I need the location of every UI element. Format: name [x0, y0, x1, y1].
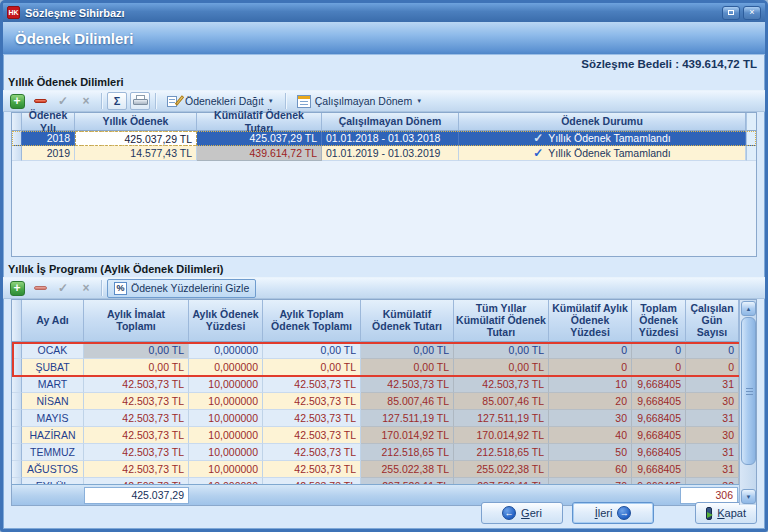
col-header-period[interactable]: Çalışılmayan Dönem — [322, 113, 459, 131]
table-row-agustos[interactable]: AĞUSTOS 42.503,73 TL 10,000000 42.503,73… — [12, 461, 756, 478]
cumulative-percent-cell[interactable]: 0 — [549, 342, 632, 359]
total-percent-cell[interactable]: 9,668405 — [632, 444, 686, 461]
add-row-button[interactable]: + — [7, 92, 27, 110]
allyears-cumulative-cell[interactable]: 85.007,46 TL — [454, 393, 549, 410]
percent-cell[interactable]: 10,000000 — [189, 393, 263, 410]
month-cell[interactable]: HAZİRAN — [22, 427, 84, 444]
cumulative-cell[interactable]: 255.022,38 TL — [361, 461, 454, 478]
back-button[interactable]: ← Geri — [481, 502, 563, 524]
cancel-button[interactable]: × — [76, 92, 96, 110]
worked-days-cell[interactable]: 0 — [686, 342, 739, 359]
percent-cell[interactable]: 10,000000 — [189, 410, 263, 427]
hide-percentages-toggle[interactable]: % Ödenek Yüzdelerini Gizle — [107, 279, 256, 298]
col-header-cumulative-monthly-percent[interactable]: Kümülatif Aylık Ödenek Yüzdesi — [549, 300, 632, 342]
vertical-scrollbar[interactable]: ▲ ▼ — [739, 300, 756, 505]
allyears-cumulative-cell[interactable]: 0,00 TL — [454, 342, 549, 359]
table-row-2019[interactable]: 2019 14.577,43 TL 439.614,72 TL 01.01.20… — [12, 146, 756, 161]
allyears-cumulative-cell[interactable]: 170.014,92 TL — [454, 427, 549, 444]
production-cell[interactable]: 42.503,73 TL — [84, 393, 189, 410]
monthly-total-cell[interactable]: 0,00 TL — [263, 359, 361, 376]
allyears-cumulative-cell[interactable]: 0,00 TL — [454, 359, 549, 376]
col-header-month[interactable]: Ay Adı — [22, 300, 84, 342]
production-cell[interactable]: 42.503,73 TL — [84, 461, 189, 478]
worked-days-cell[interactable]: 30 — [686, 393, 739, 410]
monthly-total-cell[interactable]: 42.503,73 TL — [263, 444, 361, 461]
table-row-haziran[interactable]: HAZİRAN 42.503,73 TL 10,000000 42.503,73… — [12, 427, 756, 444]
delete-row-button[interactable] — [30, 92, 50, 110]
percent-cell[interactable]: 10,000000 — [189, 427, 263, 444]
confirm-button[interactable]: ✓ — [53, 92, 73, 110]
add-row-button[interactable]: + — [7, 279, 27, 297]
worked-days-cell[interactable]: 30 — [686, 427, 739, 444]
period-cell[interactable]: 01.01.2018 - 01.03.2018 — [322, 131, 459, 146]
percent-cell[interactable]: 10,000000 — [189, 444, 263, 461]
total-percent-cell[interactable]: 9,668405 — [632, 461, 686, 478]
annual-allowance-editor-cell[interactable]: 425.037,29 TL — [75, 131, 197, 146]
table-row-ocak[interactable]: OCAK 0,00 TL 0,000000 0,00 TL 0,00 TL 0,… — [12, 342, 756, 359]
production-cell[interactable]: 42.503,73 TL — [84, 444, 189, 461]
allyears-cumulative-cell[interactable]: 255.022,38 TL — [454, 461, 549, 478]
production-cell[interactable]: 42.503,73 TL — [84, 478, 189, 485]
worked-days-cell[interactable]: 31 — [686, 444, 739, 461]
percent-cell[interactable]: 10,000000 — [189, 478, 263, 485]
col-header-total-percent[interactable]: Toplam Ödenek Yüzdesi — [632, 300, 686, 342]
percent-cell[interactable]: 0,000000 — [189, 359, 263, 376]
cumulative-cell[interactable]: 127.511,19 TL — [361, 410, 454, 427]
total-percent-cell[interactable]: 9,668405 — [632, 410, 686, 427]
col-header-monthly-production[interactable]: Aylık İmalat Toplamı — [84, 300, 189, 342]
total-percent-cell[interactable]: 9,668405 — [632, 393, 686, 410]
cumulative-percent-cell[interactable]: 60 — [549, 461, 632, 478]
col-header-monthly-percent[interactable]: Aylık Ödenek Yüzdesi — [189, 300, 263, 342]
production-cell[interactable]: 0,00 TL — [84, 342, 189, 359]
col-header-monthly-total[interactable]: Aylık Toplam Ödenek Toplamı — [263, 300, 361, 342]
table-row-2018[interactable]: 2018 425.037,29 TL 425.037,29 TL 01.01.2… — [12, 131, 756, 146]
total-percent-cell[interactable]: 0 — [632, 342, 686, 359]
scroll-down-icon[interactable]: ▼ — [741, 489, 756, 504]
cumulative-cell[interactable]: 170.014,92 TL — [361, 427, 454, 444]
table-row-nisan[interactable]: NİSAN 42.503,73 TL 10,000000 42.503,73 T… — [12, 393, 756, 410]
monthly-total-cell[interactable]: 42.503,73 TL — [263, 461, 361, 478]
allyears-cumulative-cell[interactable]: 42.503,73 TL — [454, 376, 549, 393]
total-percent-cell[interactable]: 9,668405 — [632, 478, 686, 485]
delete-row-button[interactable] — [30, 279, 50, 297]
monthly-total-cell[interactable]: 42.503,73 TL — [263, 427, 361, 444]
allyears-cumulative-cell[interactable]: 212.518,65 TL — [454, 444, 549, 461]
cumulative-percent-cell[interactable]: 50 — [549, 444, 632, 461]
scrollbar-thumb[interactable] — [741, 317, 756, 465]
monthly-total-cell[interactable]: 42.503,73 TL — [263, 478, 361, 485]
total-percent-cell[interactable]: 9,668405 — [632, 427, 686, 444]
col-header-cumulative[interactable]: Kümülatif Ödenek Tutarı — [197, 113, 322, 131]
cumulative-percent-cell[interactable]: 20 — [549, 393, 632, 410]
month-cell[interactable]: AĞUSTOS — [22, 461, 84, 478]
percent-cell[interactable]: 0,000000 — [189, 342, 263, 359]
month-cell[interactable]: TEMMUZ — [22, 444, 84, 461]
month-cell[interactable]: MAYIS — [22, 410, 84, 427]
maximize-button[interactable] — [722, 6, 740, 20]
col-header-allyears-cumulative[interactable]: Tüm Yıllar Kümülatif Ödenek Tutarı — [454, 300, 549, 342]
close-wizard-button[interactable]: Kapat — [695, 502, 757, 524]
table-row-temmuz[interactable]: TEMMUZ 42.503,73 TL 10,000000 42.503,73 … — [12, 444, 756, 461]
cumulative-percent-cell[interactable]: 10 — [549, 376, 632, 393]
monthly-total-cell[interactable]: 42.503,73 TL — [263, 376, 361, 393]
production-cell[interactable]: 42.503,73 TL — [84, 376, 189, 393]
table-row-mart[interactable]: MART 42.503,73 TL 10,000000 42.503,73 TL… — [12, 376, 756, 393]
percent-cell[interactable]: 10,000000 — [189, 376, 263, 393]
table-row-eylul[interactable]: EYLÜL 42.503,73 TL 10,000000 42.503,73 T… — [12, 478, 756, 485]
scroll-up-icon[interactable]: ▲ — [741, 301, 756, 316]
period-cell[interactable]: 01.01.2019 - 01.03.2019 — [322, 146, 459, 161]
month-cell[interactable]: EYLÜL — [22, 478, 84, 485]
status-cell[interactable]: ✓ Yıllık Ödenek Tamamlandı — [459, 146, 746, 161]
year-cell[interactable]: 2019 — [22, 146, 75, 161]
next-button[interactable]: İleri → — [572, 502, 654, 524]
allyears-cumulative-cell[interactable]: 297.526,11 TL — [454, 478, 549, 485]
month-cell[interactable]: ŞUBAT — [22, 359, 84, 376]
close-button[interactable]: × — [743, 6, 761, 20]
year-cell[interactable]: 2018 — [22, 131, 75, 146]
col-header-annual[interactable]: Yıllık Ödenek — [75, 113, 197, 131]
monthly-total-cell[interactable]: 0,00 TL — [263, 342, 361, 359]
production-cell[interactable]: 42.503,73 TL — [84, 427, 189, 444]
cumulative-percent-cell[interactable]: 30 — [549, 410, 632, 427]
cumulative-cell[interactable]: 297.526,11 TL — [361, 478, 454, 485]
col-header-cumulative[interactable]: Kümülatif Ödenek Tutarı — [361, 300, 454, 342]
cumulative-percent-cell[interactable]: 40 — [549, 427, 632, 444]
